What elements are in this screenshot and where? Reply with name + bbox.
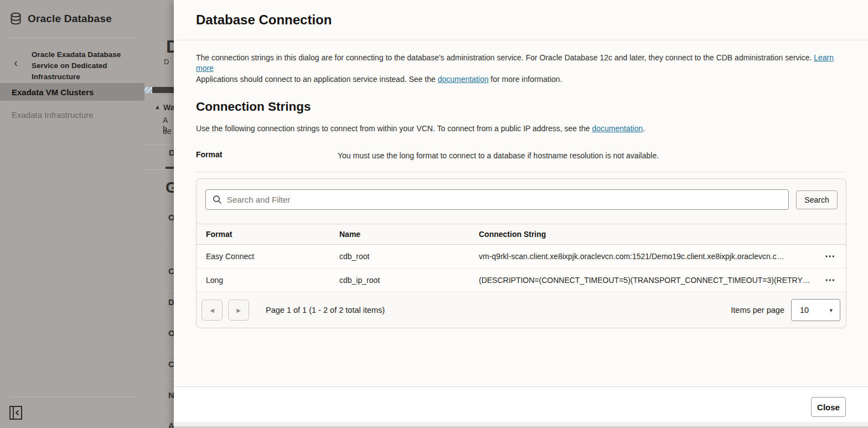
- sidebar-divider: [9, 396, 136, 397]
- page-tab-underline: [166, 167, 174, 169]
- page-row-divider: [167, 414, 174, 415]
- page-row-divider: [167, 383, 174, 384]
- intro-text-2: Applications should connect to an applic…: [196, 75, 438, 84]
- cell-connection-string: vm-q9rkl-scan.client.xe8ixpjk.oraclevcn.…: [479, 252, 815, 261]
- bottom-page-edge: [174, 422, 868, 428]
- service-label[interactable]: Oracle Exadata Database Service on Dedic…: [32, 48, 127, 82]
- page-field-label-fragment: N: [168, 390, 174, 400]
- page-banner-fragment: [144, 87, 174, 93]
- database-icon: [9, 12, 22, 25]
- items-per-page-select[interactable]: 10 ▾: [791, 299, 840, 321]
- cell-name: cdb_ip_root: [339, 276, 479, 285]
- column-header-connection-string: Connection String: [479, 230, 815, 239]
- sidebar: Oracle Database ‹ Oracle Exadata Databas…: [0, 0, 144, 428]
- table-row: Long cdb_ip_root (DESCRIPTION=(CONNECT_T…: [197, 269, 846, 292]
- warning-title-fragment: Wa: [163, 103, 174, 112]
- page-field-label-fragment: C: [168, 359, 174, 369]
- format-field-value: You must use the long format to connect …: [338, 151, 659, 160]
- search-box[interactable]: [205, 189, 789, 210]
- close-button[interactable]: Close: [811, 397, 846, 417]
- sidebar-item-exadata-infrastructure[interactable]: Exadata Infrastructure: [12, 110, 94, 120]
- documentation-link[interactable]: documentation: [438, 75, 489, 84]
- dimmed-page-background: D D ▲ Wa A b de D G O C D O C N A: [144, 0, 174, 428]
- page-card-border: [144, 169, 174, 170]
- collapse-sidebar-icon[interactable]: [9, 406, 22, 420]
- next-page-button[interactable]: ▶: [228, 300, 249, 321]
- sidebar-item-exadata-vm-clusters[interactable]: Exadata VM Clusters: [0, 83, 144, 101]
- section-divider: [196, 172, 846, 172]
- items-per-page-label: Items per page: [731, 306, 784, 314]
- page-row-divider: [167, 290, 174, 291]
- back-chevron-icon[interactable]: ‹: [0, 48, 32, 82]
- page-field-label-fragment: C: [168, 266, 174, 276]
- previous-page-button[interactable]: ◀: [202, 300, 223, 321]
- table-row: Easy Connect cdb_root vm-q9rkl-scan.clie…: [197, 245, 846, 269]
- title-divider: [174, 40, 868, 40]
- page-field-label-fragment: D: [168, 297, 174, 307]
- intro-text: The connection strings in this dialog ar…: [196, 53, 812, 62]
- cell-name: cdb_root: [339, 252, 479, 261]
- sidebar-item-label: Exadata VM Clusters: [12, 87, 94, 97]
- description-suffix: .: [643, 124, 645, 133]
- dialog-intro: The connection strings in this dialog ar…: [196, 53, 845, 85]
- chevron-down-icon: ▾: [829, 307, 833, 314]
- page-row-divider: [167, 352, 174, 353]
- page-subheading-fragment: D: [164, 58, 169, 66]
- search-button[interactable]: Search: [796, 190, 838, 209]
- pagination-status: Page 1 of 1 (1 - 2 of 2 total items): [266, 306, 385, 314]
- connection-strings-description: Use the following connection strings to …: [196, 124, 845, 133]
- pagination-bar: ◀ ▶ Page 1 of 1 (1 - 2 of 2 total items)…: [197, 292, 846, 328]
- cell-format: Easy Connect: [197, 252, 339, 261]
- description-text: Use the following connection strings to …: [196, 124, 592, 133]
- intro-text-2-suffix: for more information.: [488, 75, 562, 84]
- page-card-border: [144, 145, 174, 145]
- page-tab-fragment: D: [169, 148, 174, 157]
- table-header: Format Name Connection String: [197, 224, 846, 245]
- page-section-heading-fragment: G: [166, 179, 174, 197]
- banner-stripes: [144, 87, 152, 93]
- search-input[interactable]: [227, 195, 788, 204]
- sidebar-header: Oracle Database: [0, 0, 144, 25]
- page-row-divider: [167, 242, 174, 243]
- page-field-label-fragment: A: [168, 421, 174, 428]
- dialog-footer: Close: [174, 386, 868, 422]
- warning-text-fragment: de: [163, 127, 172, 136]
- cell-connection-string: (DESCRIPTION=(CONNECT_TIMEOUT=5)(TRANSPO…: [479, 276, 815, 285]
- search-icon: [213, 195, 222, 204]
- connection-strings-panel: Search Format Name Connection String Eas…: [196, 178, 846, 328]
- page-row-divider: [167, 321, 174, 322]
- documentation-link-2[interactable]: documentation: [592, 124, 643, 133]
- page-field-label-fragment: O: [168, 213, 174, 222]
- warning-icon: ▲: [154, 104, 161, 110]
- format-field-label: Format: [196, 150, 222, 159]
- dialog-title: Database Connection: [196, 12, 332, 28]
- sidebar-divider: [9, 38, 136, 38]
- cell-format: Long: [197, 276, 339, 285]
- connection-strings-heading: Connection Strings: [196, 100, 311, 114]
- row-actions-menu-icon[interactable]: ⋯: [815, 254, 846, 259]
- app-title: Oracle Database: [28, 13, 112, 25]
- items-per-page-value: 10: [800, 306, 829, 314]
- page-heading-fragment: D: [166, 37, 174, 57]
- database-connection-dialog: Database Connection The connection strin…: [174, 0, 868, 428]
- sidebar-service-nav[interactable]: ‹ Oracle Exadata Database Service on Ded…: [0, 48, 144, 82]
- sidebar-item-label: Exadata Infrastructure: [12, 110, 94, 120]
- column-header-name: Name: [339, 230, 479, 239]
- page-field-label-fragment: O: [168, 328, 174, 338]
- row-actions-menu-icon[interactable]: ⋯: [815, 277, 846, 283]
- column-header-format: Format: [197, 230, 339, 239]
